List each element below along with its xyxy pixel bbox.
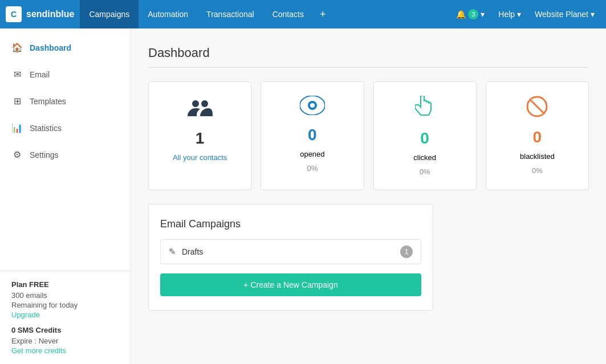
sidebar-label-statistics: Statistics xyxy=(30,124,62,133)
stat-card-opened: 0 opened 0% xyxy=(261,81,364,190)
help-chevron: ▾ xyxy=(517,10,521,19)
plan-emails: 300 emails xyxy=(11,291,119,300)
blacklisted-pct: 0% xyxy=(532,166,543,175)
nav-plus-button[interactable]: + xyxy=(313,0,333,28)
templates-icon: ⊞ xyxy=(11,96,23,107)
nav-right: 🔔 3 ▾ Help ▾ Website Planet ▾ xyxy=(450,0,600,28)
top-navigation: C sendinblue Campaigns Automation Transa… xyxy=(0,0,606,28)
page-title: Dashboard xyxy=(148,46,589,60)
title-divider xyxy=(148,67,589,68)
stat-card-blacklisted: 0 blacklisted 0% xyxy=(486,81,589,190)
nav-items: Campaigns Automation Transactional Conta… xyxy=(80,0,450,28)
help-button[interactable]: Help ▾ xyxy=(493,0,527,28)
notification-badge: 3 xyxy=(468,9,478,19)
sidebar-item-statistics[interactable]: 📊 Statistics xyxy=(0,114,131,141)
email-icon: ✉ xyxy=(11,69,23,80)
stat-card-contacts: 1 All your contacts xyxy=(148,81,251,190)
stat-card-clicked: 0 clicked 0% xyxy=(373,81,477,190)
contacts-label[interactable]: All your contacts xyxy=(173,153,227,162)
sidebar: 🏠 Dashboard ✉ Email ⊞ Templates 📊 Statis… xyxy=(0,28,131,364)
settings-icon: ⚙ xyxy=(11,149,23,160)
sidebar-label-templates: Templates xyxy=(30,97,66,106)
blacklisted-label: blacklisted xyxy=(520,152,555,161)
drafts-row[interactable]: ✎ Drafts 1 xyxy=(160,239,421,264)
logo-icon: C xyxy=(6,6,22,22)
campaigns-section-title: Email Campaigns xyxy=(160,218,421,230)
drafts-label: Drafts xyxy=(182,247,400,256)
help-label: Help xyxy=(498,10,515,19)
opened-icon xyxy=(300,96,325,120)
clicked-label: clicked xyxy=(413,153,436,162)
contacts-number: 1 xyxy=(196,129,205,148)
nav-transactional[interactable]: Transactional xyxy=(197,0,263,28)
drafts-count-badge: 1 xyxy=(400,246,413,258)
email-campaigns-section: Email Campaigns ✎ Drafts 1 + Create a Ne… xyxy=(148,204,433,310)
contacts-icon xyxy=(188,96,213,124)
nav-campaigns[interactable]: Campaigns xyxy=(80,0,139,28)
stats-row: 1 All your contacts 0 opened 0% xyxy=(148,81,589,190)
sidebar-label-dashboard: Dashboard xyxy=(30,43,71,52)
sidebar-item-dashboard[interactable]: 🏠 Dashboard xyxy=(0,34,131,61)
notification-chevron: ▾ xyxy=(481,10,485,19)
sidebar-footer: Plan FREE 300 emails Remaining for today… xyxy=(0,271,131,364)
opened-pct: 0% xyxy=(307,164,318,173)
svg-point-4 xyxy=(310,103,315,108)
sidebar-item-email[interactable]: ✉ Email xyxy=(0,61,131,88)
blacklisted-number: 0 xyxy=(533,128,542,146)
clicked-pct: 0% xyxy=(420,167,430,176)
notification-button[interactable]: 🔔 3 ▾ xyxy=(450,0,490,28)
svg-point-0 xyxy=(192,100,199,107)
drafts-icon: ✎ xyxy=(169,247,176,257)
create-campaign-button[interactable]: + Create a New Campaign xyxy=(160,273,421,296)
brand-name: sendinblue xyxy=(26,9,74,19)
plan-remaining: Remaining for today xyxy=(11,301,119,309)
sidebar-item-templates[interactable]: ⊞ Templates xyxy=(0,88,131,114)
app-layout: 🏠 Dashboard ✉ Email ⊞ Templates 📊 Statis… xyxy=(0,28,606,364)
sidebar-label-email: Email xyxy=(30,70,50,79)
sms-section: 0 SMS Credits Expire : Never Get more cr… xyxy=(11,326,119,355)
bell-icon: 🔔 xyxy=(456,10,466,19)
sidebar-item-settings[interactable]: ⚙ Settings xyxy=(0,141,131,168)
account-chevron: ▾ xyxy=(591,10,595,19)
svg-point-1 xyxy=(201,100,208,107)
plan-name: Plan FREE xyxy=(11,280,119,289)
nav-contacts[interactable]: Contacts xyxy=(263,0,313,28)
sms-title: 0 SMS Credits xyxy=(11,326,119,334)
clicked-icon xyxy=(415,96,434,124)
dashboard-icon: 🏠 xyxy=(11,42,23,53)
clicked-number: 0 xyxy=(420,129,429,148)
sidebar-label-settings: Settings xyxy=(30,150,59,159)
opened-number: 0 xyxy=(308,126,317,144)
opened-label: opened xyxy=(300,150,324,158)
get-credits-link[interactable]: Get more credits xyxy=(11,346,119,355)
brand-logo[interactable]: C sendinblue xyxy=(6,6,74,22)
svg-line-6 xyxy=(530,99,544,114)
account-label: Website Planet xyxy=(535,10,588,19)
account-button[interactable]: Website Planet ▾ xyxy=(529,0,600,28)
statistics-icon: 📊 xyxy=(11,122,23,133)
upgrade-link[interactable]: Upgrade xyxy=(11,310,119,319)
sms-expire: Expire : Never xyxy=(11,337,119,345)
nav-automation[interactable]: Automation xyxy=(139,0,197,28)
blacklisted-icon xyxy=(526,96,548,122)
main-content: Dashboard 1 All your contacts xyxy=(131,28,606,364)
